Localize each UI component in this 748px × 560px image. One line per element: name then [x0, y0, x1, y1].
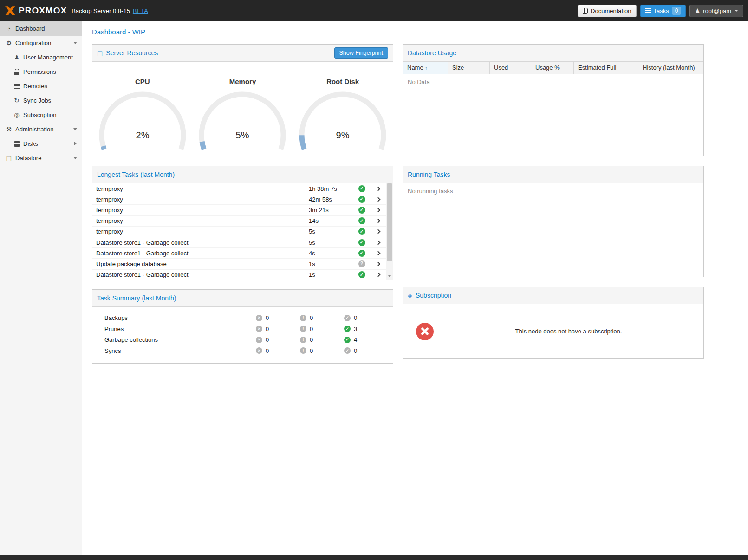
task-row[interactable]: termproxy42m 58s✓ — [92, 194, 386, 205]
scrollbar-down-button[interactable] — [386, 273, 393, 280]
task-row[interactable]: Datastore store1 - Garbage collect1s✓ — [92, 270, 386, 280]
running-tasks-body: No running tasks — [403, 183, 703, 199]
sidebar-item-label: Datastore — [15, 155, 41, 162]
ok-count: 4 — [354, 336, 357, 343]
warning-icon: ! — [300, 347, 306, 354]
task-duration: 5s — [309, 228, 353, 235]
warning-icon: ! — [300, 326, 306, 332]
server-resources-panel: ▤ Server Resources Show Fingerprint CPU2… — [92, 44, 393, 156]
column-header-name[interactable]: Name ↑ — [403, 62, 448, 74]
gears-icon: ⚙ — [5, 39, 13, 46]
column-header-history-last-month[interactable]: History (last Month) — [638, 62, 703, 74]
scrollbar-thumb[interactable] — [387, 183, 392, 261]
ok-icon: ✓ — [358, 239, 365, 246]
tasks-label: Tasks — [654, 7, 669, 14]
longest-tasks-panel: Longest Tasks (last Month) termproxy1h 3… — [92, 166, 393, 280]
tasks-button[interactable]: Tasks 0 — [640, 5, 686, 17]
unlock-icon — [13, 69, 21, 75]
datastore-usage-body: No Data — [403, 74, 703, 90]
column-header-usage[interactable]: Usage % — [531, 62, 574, 74]
ok-icon: ✓ — [344, 347, 351, 354]
task-duration: 42m 58s — [309, 196, 353, 203]
task-open-button[interactable] — [370, 273, 386, 276]
task-row[interactable]: Update package database1s? — [92, 259, 386, 269]
no-running-tasks-text: No running tasks — [403, 183, 703, 199]
task-open-button[interactable] — [370, 198, 386, 201]
task-open-button[interactable] — [370, 187, 386, 190]
longest-tasks-title: Longest Tasks (last Month) — [97, 171, 175, 178]
task-row[interactable]: termproxy1h 38m 7s✓ — [92, 183, 386, 194]
proxmox-logo: PROXMOX — [5, 6, 67, 16]
column-header-used[interactable]: Used — [490, 62, 531, 74]
task-open-button[interactable] — [370, 262, 386, 266]
scrollbar[interactable] — [386, 183, 393, 280]
ok-count: 0 — [354, 314, 357, 321]
task-open-button[interactable] — [370, 208, 386, 212]
subscription-panel: ◈ Subscription This node does not have a… — [403, 287, 704, 359]
chevron-right-icon — [376, 186, 380, 191]
user-icon: ♟ — [695, 8, 700, 14]
datastore-usage-columns: Name ↑SizeUsedUsage %Estimated FullHisto… — [403, 62, 703, 74]
ok-icon: ✓ — [344, 326, 351, 332]
task-row[interactable]: termproxy5s✓ — [92, 227, 386, 237]
task-open-button[interactable] — [370, 252, 386, 255]
caret-down-icon — [73, 157, 77, 159]
sidebar-item-subscription[interactable]: ◎Subscription — [0, 108, 82, 122]
gauge-memory: Memory5% — [196, 78, 289, 152]
documentation-button[interactable]: Documentation — [578, 5, 636, 17]
task-name: termproxy — [96, 217, 309, 224]
sort-asc-icon: ↑ — [425, 65, 428, 71]
column-header-size[interactable]: Size — [448, 62, 490, 74]
beta-link[interactable]: BETA — [133, 7, 148, 14]
task-open-button[interactable] — [370, 230, 386, 233]
running-tasks-header: Running Tasks — [403, 166, 703, 183]
chevron-right-icon — [376, 240, 380, 245]
ok-icon: ✓ — [358, 271, 365, 278]
topbar-actions: Documentation Tasks 0 ♟ root@pam — [578, 5, 743, 17]
warning-count: 0 — [310, 347, 313, 354]
task-name: termproxy — [96, 207, 309, 214]
server-resources-title: Server Resources — [106, 49, 158, 57]
task-name: termproxy — [96, 185, 309, 192]
task-name: Datastore store1 - Garbage collect — [96, 271, 309, 278]
task-duration: 1s — [309, 260, 353, 267]
sidebar-item-sync-jobs[interactable]: ↻Sync Jobs — [0, 93, 82, 108]
longest-tasks-list: termproxy1h 38m 7s✓termproxy42m 58s✓term… — [92, 183, 386, 280]
summary-label: Prunes — [92, 326, 256, 332]
summary-label: Backups — [92, 314, 256, 321]
task-open-button[interactable] — [370, 241, 386, 244]
error-count: 0 — [266, 336, 269, 343]
user-menu-button[interactable]: ♟ root@pam — [689, 5, 743, 17]
sidebar-item-configuration[interactable]: ⚙Configuration — [0, 36, 82, 50]
task-summary-panel: Task Summary (last Month) Backups×0!0✓0P… — [92, 289, 393, 364]
sidebar-item-datastore[interactable]: ▤Datastore — [0, 151, 82, 165]
error-icon: × — [256, 347, 262, 354]
sidebar-item-dashboard[interactable]: ◔Dashboard — [0, 21, 82, 36]
task-duration: 14s — [309, 217, 353, 224]
gauge-cpu: CPU2% — [96, 78, 189, 152]
task-row[interactable]: Datastore store1 - Garbage collect5s✓ — [92, 237, 386, 248]
summary-row-prunes: Prunes×0!0✓3 — [92, 324, 393, 335]
sidebar-item-administration[interactable]: ⚒Administration — [0, 122, 82, 137]
task-open-button[interactable] — [370, 219, 386, 222]
error-count: 0 — [266, 314, 269, 321]
sidebar-item-user-management[interactable]: ♟User Management — [0, 50, 82, 65]
server-resources-header: ▤ Server Resources Show Fingerprint — [92, 45, 393, 62]
task-name: Datastore store1 - Garbage collect — [96, 250, 309, 257]
chevron-right-icon — [376, 273, 380, 277]
sidebar-item-remotes[interactable]: Remotes — [0, 79, 82, 93]
sidebar-item-permissions[interactable]: Permissions — [0, 65, 82, 79]
sidebar-item-label: Permissions — [23, 68, 56, 75]
sidebar-item-disks[interactable]: Disks — [0, 137, 82, 151]
sidebar-item-label: Administration — [15, 126, 53, 133]
task-row[interactable]: Datastore store1 - Garbage collect4s✓ — [92, 248, 386, 259]
warning-icon: ! — [300, 337, 306, 343]
show-fingerprint-button[interactable]: Show Fingerprint — [334, 47, 389, 59]
task-row[interactable]: termproxy14s✓ — [92, 216, 386, 227]
task-name: Update package database — [96, 260, 309, 267]
ok-icon: ✓ — [344, 315, 351, 321]
gauge-root-disk: Root Disk9% — [296, 78, 389, 152]
column-header-estimated-full[interactable]: Estimated Full — [574, 62, 638, 74]
task-name: termproxy — [96, 196, 309, 203]
task-row[interactable]: termproxy3m 21s✓ — [92, 205, 386, 215]
